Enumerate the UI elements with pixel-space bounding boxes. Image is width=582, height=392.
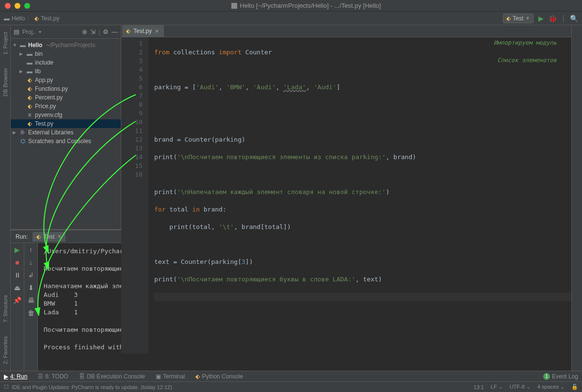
hide-icon[interactable]: — — [112, 28, 118, 35]
folder-icon: ▬ — [4, 15, 10, 22]
navigation-bar: ▬ Hello 〉 ⬖ Test.py ⬖ Test ▼ ▶ 🐞 ┊ 🔍 — [0, 12, 582, 25]
tree-file-functions[interactable]: ⬖Functions.py — [11, 84, 121, 93]
collapse-icon[interactable]: ⇲ — [90, 28, 96, 35]
project-panel: ▤ Proj..▾ ⊕ ⇲ | ⚙ — ▼▬Hello~/PycharmProj… — [11, 25, 121, 229]
tool-python-console[interactable]: ⬖Python Console — [195, 373, 243, 380]
code-annotation-2: Список элеменотов — [497, 56, 557, 65]
editor-area: ⬖ Test.py ✕ 12345678910111213141516 from… — [121, 25, 571, 229]
favorites-tool-tab[interactable]: 2: Favorites — [2, 334, 8, 366]
tree-root[interactable]: ▼▬Hello~/PycharmProjects — [11, 41, 121, 49]
run-button[interactable]: ▶ — [538, 15, 544, 22]
project-tree[interactable]: ▼▬Hello~/PycharmProjects ▶▬bin ▬include … — [11, 39, 121, 147]
python-icon: ⬖ — [195, 373, 200, 380]
trash-icon[interactable]: 🗑 — [28, 309, 34, 317]
breadcrumb-file[interactable]: Test.py — [41, 15, 59, 22]
play-icon: ▶ — [4, 373, 8, 380]
divider: ┊ — [562, 15, 565, 22]
tree-file-pyvenv[interactable]: ≡pyvenv.cfg — [11, 111, 121, 119]
soft-wrap-icon[interactable]: ↲ — [28, 271, 34, 279]
breadcrumb-project[interactable]: Hello — [12, 15, 25, 22]
export-icon[interactable]: ⬇ — [28, 284, 34, 292]
python-icon: ⬖ — [36, 233, 41, 240]
maximize-window-icon[interactable] — [24, 3, 30, 9]
pause-icon[interactable]: ⏸ — [14, 271, 21, 279]
file-icon — [231, 3, 237, 9]
tree-file-test[interactable]: ⬖Test.py — [11, 119, 121, 128]
exit-icon[interactable]: ⏏ — [14, 284, 20, 292]
bottom-tool-strip: ▶4: Run ☰6: TODO 🗄DB Execution Console ▣… — [0, 371, 582, 381]
search-button[interactable]: 🔍 — [570, 15, 578, 22]
project-panel-title[interactable]: Proj.. — [22, 29, 36, 35]
tree-file-price[interactable]: ⬖Price.py — [11, 102, 121, 111]
tool-db-console[interactable]: 🗄DB Execution Console — [79, 373, 145, 380]
tree-file-app[interactable]: ⬖App.py — [11, 76, 121, 84]
tool-run[interactable]: ▶4: Run — [4, 373, 27, 380]
code-content[interactable]: from collections import Counter parking … — [148, 37, 571, 354]
db-browser-tool-tab[interactable]: DB Browser — [2, 66, 8, 98]
status-indent[interactable]: 4 spaces ⌄ — [537, 384, 565, 390]
project-tool-tab[interactable]: 1: Project — [2, 30, 8, 56]
project-view-icon[interactable]: ▤ — [14, 28, 19, 35]
run-tab-test[interactable]: ⬖ Test ✕ — [32, 232, 65, 242]
titlebar: Hello [~/PycharmProjects/Hello] - .../Te… — [0, 0, 582, 12]
chevron-down-icon[interactable]: ▾ — [39, 29, 41, 34]
left-tool-rail: 1: Project DB Browser 7: Structure 2: Fa… — [0, 25, 11, 371]
tree-folder-lib[interactable]: ▶▬lib — [11, 67, 121, 76]
right-tool-rail — [571, 25, 582, 371]
status-message[interactable]: IDE and Plugin Updates: PyCharm is ready… — [12, 384, 172, 390]
editor-tabs: ⬖ Test.py ✕ — [121, 25, 571, 37]
window-controls — [0, 3, 30, 9]
up-icon[interactable]: ↑ — [29, 246, 32, 254]
print-icon[interactable]: 🖶 — [28, 296, 34, 304]
tree-folder-include[interactable]: ▬include — [11, 58, 121, 67]
pin-icon[interactable]: 📌 — [13, 296, 21, 304]
debug-button[interactable]: 🐞 — [549, 15, 557, 22]
tree-external-libraries[interactable]: ▶⊪External Libraries — [11, 128, 121, 137]
status-encoding[interactable]: UTF-8 ⌄ — [510, 384, 531, 390]
locate-icon[interactable]: ⊕ — [82, 28, 87, 35]
status-230424[interactable]: LF ⌄ — [491, 384, 503, 390]
breadcrumb-sep: 〉 — [27, 14, 32, 22]
code-editor[interactable]: 12345678910111213141516 from collections… — [121, 37, 571, 354]
python-icon: ⬖ — [506, 15, 511, 22]
structure-tool-tab[interactable]: 7: Structure — [2, 293, 8, 325]
code-annotation-1: Импортируем модуль — [494, 38, 557, 47]
terminal-icon: ▣ — [156, 373, 161, 380]
chevron-down-icon: ▼ — [525, 16, 530, 21]
editor-gutter: 12345678910111213141516 — [121, 37, 148, 354]
close-window-icon[interactable] — [5, 3, 11, 9]
status-icon[interactable]: ☐ — [4, 384, 9, 390]
project-panel-header: ▤ Proj..▾ ⊕ ⇲ | ⚙ — — [11, 25, 121, 39]
tool-terminal[interactable]: ▣Terminal — [156, 373, 185, 380]
close-tab-icon[interactable]: ✕ — [155, 28, 159, 34]
run-config-selector[interactable]: ⬖ Test ▼ — [503, 14, 534, 23]
tree-folder-bin[interactable]: ▶▬bin — [11, 49, 121, 58]
tree-scratches[interactable]: ⌬Scratches and Consoles — [11, 137, 121, 146]
db-icon: 🗄 — [79, 373, 85, 380]
run-left-toolbar-2: ↑ ↓ ↲ ⬇ 🖶 🗑 — [24, 243, 38, 371]
tool-todo[interactable]: ☰6: TODO — [38, 373, 68, 380]
status-caret-pos[interactable]: 13:1 — [473, 384, 484, 390]
down-icon[interactable]: ↓ — [29, 259, 32, 266]
stop-icon[interactable]: ■ — [15, 259, 19, 266]
python-file-icon: ⬖ — [34, 15, 39, 22]
list-icon: ☰ — [38, 373, 43, 380]
run-panel-title: Run: — [16, 233, 28, 240]
minimize-window-icon[interactable] — [15, 3, 20, 9]
gear-icon[interactable]: ⚙ — [103, 28, 109, 35]
close-tab-icon[interactable]: ✕ — [57, 233, 62, 240]
status-bar: ☐ IDE and Plugin Updates: PyCharm is rea… — [0, 381, 582, 392]
editor-tab-test[interactable]: ⬖ Test.py ✕ — [122, 25, 164, 37]
tree-file-percent[interactable]: ⬖Percent.py — [11, 93, 121, 102]
notification-badge: 1 — [543, 373, 550, 380]
status-lock-icon[interactable]: 🔓 — [571, 384, 578, 390]
python-file-icon: ⬖ — [126, 28, 130, 34]
rerun-icon[interactable]: ▶ — [15, 246, 20, 254]
window-title: Hello [~/PycharmProjects/Hello] - .../Te… — [30, 2, 582, 9]
breadcrumb[interactable]: ▬ Hello 〉 ⬖ Test.py — [4, 14, 59, 22]
run-left-toolbar-1: ▶ ■ ⏸ ⏏ 📌 — [11, 243, 24, 371]
tool-event-log[interactable]: 1Event Log — [543, 373, 578, 380]
